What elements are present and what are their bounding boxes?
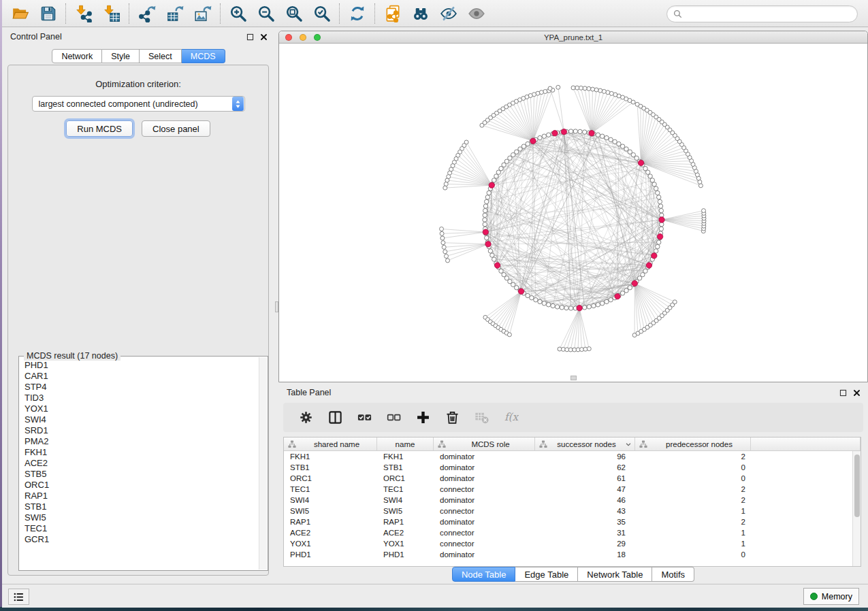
cell-name[interactable]: ACE2 [377, 529, 434, 537]
cell-shared-name[interactable]: SWI4 [284, 496, 377, 504]
tab-network-table[interactable]: Network Table [578, 567, 652, 582]
cell-predecessor-nodes[interactable]: 2 [635, 452, 751, 461]
cell-shared-name[interactable]: SWI5 [284, 507, 377, 515]
cell-name[interactable]: SWI5 [377, 507, 434, 515]
cell-name[interactable]: YOX1 [377, 540, 434, 548]
export-image-icon[interactable] [189, 2, 216, 25]
unselect-all-columns-icon[interactable] [382, 406, 405, 429]
cell-shared-name[interactable]: STB1 [284, 463, 377, 472]
zoom-out-icon[interactable] [252, 2, 280, 25]
find-icon[interactable] [406, 2, 434, 25]
table-row[interactable]: RAP1RAP1dominator352 [284, 516, 861, 527]
cell-predecessor-nodes[interactable]: 1 [635, 529, 751, 537]
cell-name[interactable]: ORC1 [377, 474, 434, 482]
mcds-result-item[interactable]: CAR1 [20, 371, 258, 382]
cell-MCDS-role[interactable]: connector [434, 507, 535, 515]
cell-successor-nodes[interactable]: 62 [535, 463, 635, 472]
float-panel-icon[interactable] [246, 33, 255, 42]
table-row[interactable]: PHD1PHD1dominator180 [284, 549, 861, 560]
mcds-result-item[interactable]: STB1 [20, 501, 258, 512]
mcds-result-item[interactable]: ORC1 [20, 480, 258, 491]
mcds-result-item[interactable]: STB5 [20, 469, 258, 480]
table-row[interactable]: STB1STB1dominator620 [284, 462, 861, 473]
tab-edge-table[interactable]: Edge Table [515, 567, 578, 582]
mcds-result-item[interactable]: SRD1 [20, 425, 258, 436]
cell-shared-name[interactable]: ACE2 [284, 529, 377, 537]
network-from-selection-icon[interactable] [379, 2, 406, 25]
mcds-result-scrollbar[interactable] [259, 357, 267, 569]
table-row[interactable]: YOX1YOX1connector291 [284, 538, 861, 549]
cell-successor-nodes[interactable]: 47 [535, 485, 635, 493]
search-input[interactable] [686, 10, 851, 19]
cell-name[interactable]: STB1 [377, 463, 434, 472]
cell-MCDS-role[interactable]: dominator [434, 496, 535, 504]
network-window-titlebar[interactable]: YPA_prune.txt_1 [279, 31, 867, 44]
column-header-successor-nodes[interactable]: successor nodes [535, 437, 635, 450]
delete-columns-icon[interactable] [440, 406, 464, 429]
criterion-select[interactable]: largest connected component (undirected) [32, 96, 245, 112]
mcds-result-item[interactable]: GCR1 [20, 534, 258, 545]
cell-MCDS-role[interactable]: connector [434, 529, 535, 537]
cell-predecessor-nodes[interactable]: 0 [635, 463, 751, 472]
cell-successor-nodes[interactable]: 96 [535, 452, 635, 461]
zoom-fit-icon[interactable] [280, 2, 308, 25]
tab-mcds[interactable]: MCDS [182, 49, 225, 63]
hide-selected-icon[interactable] [434, 2, 462, 25]
close-panel-button[interactable]: Close panel [142, 120, 210, 137]
cell-successor-nodes[interactable]: 61 [535, 474, 635, 482]
window-close-light[interactable] [285, 34, 292, 41]
mcds-result-item[interactable]: TID3 [20, 393, 258, 403]
tab-select[interactable]: Select [140, 49, 182, 63]
tab-style[interactable]: Style [102, 49, 140, 63]
window-minimize-light[interactable] [300, 34, 306, 41]
close-table-panel-icon[interactable] [852, 389, 861, 397]
network-canvas[interactable] [279, 44, 867, 382]
tab-network[interactable]: Network [52, 49, 102, 63]
cell-MCDS-role[interactable]: dominator [434, 474, 535, 482]
cell-shared-name[interactable]: YOX1 [284, 540, 377, 548]
search-box[interactable] [666, 5, 858, 22]
task-history-button[interactable] [8, 589, 29, 605]
cell-predecessor-nodes[interactable]: 2 [635, 496, 751, 504]
cell-successor-nodes[interactable]: 35 [535, 518, 635, 526]
table-row[interactable]: FKH1FKH1dominator962 [284, 451, 861, 462]
cell-predecessor-nodes[interactable]: 2 [635, 518, 751, 526]
cell-predecessor-nodes[interactable]: 2 [635, 485, 751, 493]
cell-MCDS-role[interactable]: dominator [434, 550, 535, 559]
zoom-selected-icon[interactable] [308, 2, 336, 25]
cell-MCDS-role[interactable]: connector [434, 540, 535, 548]
zoom-in-icon[interactable] [224, 2, 252, 25]
mcds-result-item[interactable]: STP4 [20, 382, 258, 393]
tab-motifs[interactable]: Motifs [652, 567, 694, 582]
table-row[interactable]: SWI4SWI4dominator462 [284, 495, 861, 506]
table-scrollbar-thumb[interactable] [854, 455, 860, 517]
cell-name[interactable]: FKH1 [377, 452, 434, 461]
refresh-view-icon[interactable] [343, 2, 371, 25]
mcds-result-item[interactable]: SWI4 [20, 414, 258, 425]
cell-predecessor-nodes[interactable]: 1 [635, 540, 751, 548]
export-table-icon[interactable] [161, 2, 189, 25]
cell-predecessor-nodes[interactable]: 1 [635, 507, 751, 515]
cell-predecessor-nodes[interactable]: 0 [635, 550, 751, 559]
cell-name[interactable]: TEC1 [377, 485, 434, 493]
horizontal-splitter-handle[interactable] [570, 376, 577, 380]
memory-button[interactable]: Memory [803, 588, 859, 605]
cell-MCDS-role[interactable]: connector [434, 485, 535, 493]
cell-MCDS-role[interactable]: dominator [434, 452, 535, 461]
tab-node-table[interactable]: Node Table [452, 567, 516, 582]
vertical-splitter-handle[interactable] [275, 301, 278, 312]
table-row[interactable]: ACE2ACE2connector311 [284, 527, 861, 538]
column-header-MCDS-role[interactable]: MCDS role [434, 437, 535, 450]
cell-shared-name[interactable]: FKH1 [284, 452, 377, 461]
show-columns-icon[interactable] [323, 406, 347, 429]
table-scrollbar[interactable] [852, 451, 861, 566]
table-row[interactable]: TEC1TEC1connector472 [284, 484, 861, 495]
window-maximize-light[interactable] [314, 34, 321, 41]
mcds-result-item[interactable]: PHD1 [20, 360, 258, 371]
save-session-icon[interactable] [34, 2, 62, 25]
mcds-result-item[interactable]: PMA2 [20, 436, 258, 447]
cell-MCDS-role[interactable]: dominator [434, 518, 535, 526]
float-table-panel-icon[interactable] [839, 389, 848, 397]
add-column-icon[interactable] [411, 406, 434, 429]
show-all-icon[interactable] [462, 2, 490, 25]
